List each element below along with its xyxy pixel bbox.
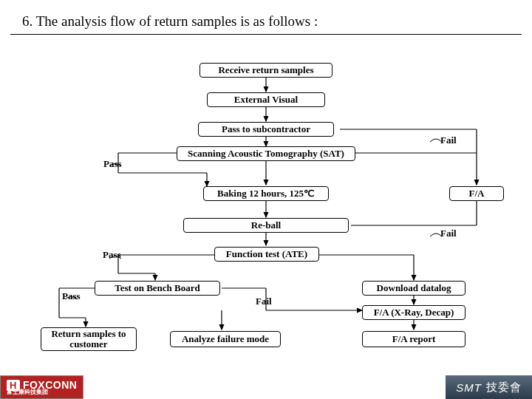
box-baking: Baking 12 hours, 125℃ — [203, 186, 329, 201]
footer-bar: H FOXCONN 富士康科技集团 SMT 技委會 — [0, 375, 532, 399]
title-underline — [10, 34, 522, 35]
label-pass-3: Pass — [62, 290, 81, 302]
box-function-test: Function test (ATE) — [214, 247, 319, 262]
footer-brand-right: SMT — [456, 381, 482, 394]
box-fa-report: F/A report — [362, 331, 466, 347]
label-pass-2: Pass — [103, 249, 121, 261]
box-bench-board: Test on Bench Board — [95, 281, 220, 296]
footer-spacer — [83, 375, 446, 399]
box-sat: Scanning Acoustic Tomography (SAT) — [177, 146, 355, 161]
label-fail-3: Fail — [256, 296, 272, 307]
footer-logo-right: SMT 技委會 — [446, 375, 532, 399]
section-title: 6. The analysis flow of return samples i… — [22, 13, 318, 30]
box-fa: F/A — [449, 186, 504, 201]
label-pass-1: Pass — [103, 158, 122, 170]
box-download-datalog: Download datalog — [362, 281, 466, 296]
box-receive: Receive return samples — [200, 63, 332, 78]
box-external-visual: External Visual — [207, 92, 325, 107]
box-return-customer: Return samples to customer — [41, 327, 137, 351]
footer-brand-right-cn: 技委會 — [486, 381, 522, 395]
box-reball: Re-ball — [183, 218, 349, 233]
label-fail-2: Fail — [440, 228, 457, 239]
footer-logo-left: H FOXCONN 富士康科技集团 — [0, 375, 83, 399]
box-analyze-failure: Analyze failure mode — [170, 331, 281, 347]
label-fail-1: Fail — [440, 134, 457, 146]
box-xray-decap: F/A (X-Ray, Decap) — [362, 305, 466, 320]
box-subcontractor: Pass to subcontractor — [198, 122, 334, 137]
